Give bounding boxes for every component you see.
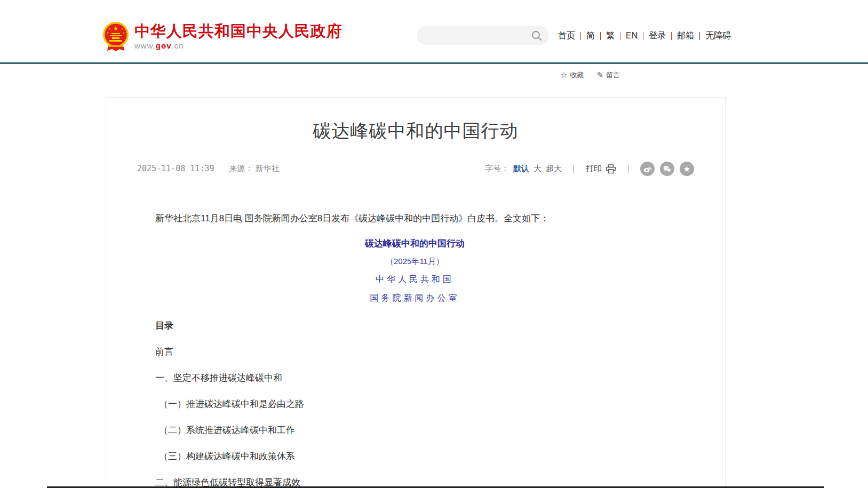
- svg-text:★: ★: [121, 27, 124, 30]
- font-size-label: 字号：: [485, 164, 509, 174]
- svg-text:★: ★: [107, 31, 109, 34]
- nav-link-login[interactable]: 登录: [649, 30, 666, 42]
- page-actions: ☆ 收藏 ✎ 留言: [560, 70, 620, 80]
- document-date: （2025年11月）: [155, 257, 674, 267]
- star-outline-icon: ☆: [560, 70, 567, 80]
- toc-heading: 目录: [155, 319, 674, 332]
- favorite-label: 收藏: [570, 70, 584, 80]
- printer-icon: [606, 164, 616, 174]
- header-divider: [0, 62, 868, 64]
- brand-text: 中华人民共和国中央人民政府 www.gov.cn: [134, 21, 343, 50]
- article-card: 碳达峰碳中和的中国行动 2025-11-08 11:39 来源： 新华社 字号：…: [106, 97, 726, 488]
- toc-item: 前言: [155, 346, 674, 358]
- svg-text:★: ★: [108, 27, 111, 30]
- page: ★ ★ ★ ★ ★ 中华人民共和国中央人民政府 www.gov.cn: [0, 0, 868, 488]
- top-nav: 首页 简 繁 EN 登录 邮箱 无障碍: [558, 29, 731, 42]
- nav-separator: [580, 32, 581, 40]
- article-meta-left: 2025-11-08 11:39 来源： 新华社: [137, 164, 280, 174]
- nav-link-mail[interactable]: 邮箱: [677, 30, 694, 42]
- toolbar-separator: [574, 165, 574, 173]
- toc-item: （二）系统推进碳达峰碳中和工作: [155, 424, 674, 436]
- toc-item: 一、坚定不移推进碳达峰碳中和: [155, 372, 674, 384]
- nav-link-simplified[interactable]: 简: [586, 30, 595, 42]
- share-icons: ★: [640, 162, 694, 176]
- font-size-xlarge-button[interactable]: 超大: [546, 164, 562, 174]
- article-intro: 新华社北京11月8日电 国务院新闻办公室8日发布《碳达峰碳中和的中国行动》白皮书…: [155, 212, 674, 225]
- document-title: 碳达峰碳中和的中国行动: [155, 237, 674, 250]
- nav-link-accessibility[interactable]: 无障碍: [705, 30, 731, 42]
- nav-link-english[interactable]: EN: [626, 31, 638, 41]
- article-toolbar: 字号： 默认 大 超大 打印: [485, 162, 694, 176]
- font-size-default-button[interactable]: 默认: [513, 164, 529, 174]
- site-header: ★ ★ ★ ★ ★ 中华人民共和国中央人民政府 www.gov.cn: [0, 0, 868, 62]
- weibo-share-icon[interactable]: [640, 162, 655, 176]
- nav-separator: [699, 32, 700, 40]
- article-body: 新华社北京11月8日电 国务院新闻办公室8日发布《碳达峰碳中和的中国行动》白皮书…: [106, 212, 725, 488]
- document-author-line: 中华人民共和国: [155, 274, 674, 285]
- toc-item: （一）推进碳达峰碳中和是必由之路: [155, 398, 674, 410]
- site-url: www.gov.cn: [134, 41, 343, 50]
- document-author-line: 国务院新闻办公室: [155, 293, 674, 304]
- publish-date: 2025-11-08 11:39: [137, 164, 214, 173]
- favorite-button[interactable]: ☆ 收藏: [560, 70, 584, 80]
- toc-item: （三）构建碳达峰碳中和政策体系: [155, 450, 674, 462]
- svg-text:★: ★: [113, 25, 118, 31]
- nav-link-home[interactable]: 首页: [558, 30, 575, 42]
- article-meta-row: 2025-11-08 11:39 来源： 新华社 字号： 默认 大 超大 打印: [137, 162, 694, 188]
- nav-link-traditional[interactable]: 繁: [606, 30, 615, 42]
- message-button[interactable]: ✎ 留言: [596, 70, 620, 80]
- pencil-icon: ✎: [596, 70, 603, 80]
- toolbar-separator: [628, 165, 628, 173]
- source-name: 新华社: [256, 164, 280, 173]
- nav-separator: [600, 32, 601, 40]
- message-label: 留言: [606, 70, 620, 80]
- star-glyph: ★: [683, 165, 690, 173]
- wechat-share-icon[interactable]: [660, 162, 674, 176]
- search-box[interactable]: [417, 26, 549, 45]
- national-emblem-icon: ★ ★ ★ ★ ★: [102, 21, 130, 52]
- search-input[interactable]: [417, 26, 531, 45]
- print-button[interactable]: 打印: [586, 164, 616, 174]
- nav-separator: [671, 32, 672, 40]
- source: 来源： 新华社: [229, 164, 280, 174]
- svg-text:★: ★: [123, 31, 125, 34]
- page-title: 碳达峰碳中和的中国行动: [106, 119, 725, 143]
- nav-separator: [643, 32, 643, 40]
- font-size-large-button[interactable]: 大: [533, 164, 541, 174]
- star-share-icon[interactable]: ★: [680, 162, 694, 176]
- print-label: 打印: [586, 164, 602, 174]
- site-title: 中华人民共和国中央人民政府: [134, 22, 343, 39]
- nav-separator: [620, 32, 620, 40]
- site-logo[interactable]: ★ ★ ★ ★ ★ 中华人民共和国中央人民政府 www.gov.cn: [102, 21, 343, 52]
- search-icon[interactable]: [531, 30, 543, 42]
